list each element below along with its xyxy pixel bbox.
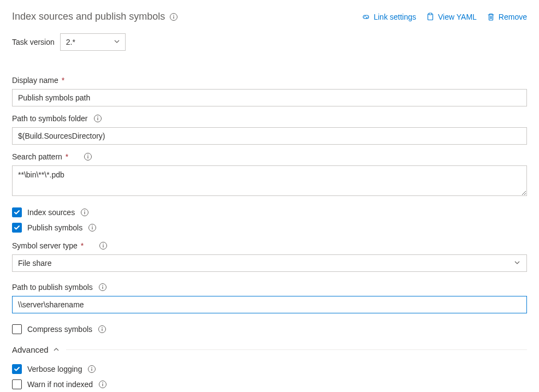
- page-title: Index sources and publish symbols: [12, 11, 178, 22]
- warn-not-indexed-checkbox[interactable]: [12, 379, 22, 389]
- svg-point-6: [97, 116, 98, 117]
- info-icon[interactable]: [169, 13, 178, 21]
- info-icon[interactable]: [88, 223, 97, 232]
- svg-rect-22: [102, 287, 103, 289]
- symbol-server-type-label: Symbol server type *: [12, 241, 527, 250]
- svg-point-21: [102, 285, 103, 286]
- svg-point-1: [173, 15, 174, 16]
- warn-not-indexed-row: Warn if not indexed: [12, 379, 527, 389]
- link-icon: [362, 13, 370, 21]
- view-yaml-label: View YAML: [438, 13, 477, 21]
- svg-rect-28: [92, 369, 92, 371]
- symbol-server-type-group: Symbol server type * File share: [12, 241, 527, 272]
- verbose-logging-row: Verbose logging: [12, 364, 527, 374]
- svg-rect-4: [429, 13, 432, 15]
- trash-icon: [487, 13, 495, 21]
- task-version-label: Task version: [12, 38, 55, 46]
- publish-symbols-checkbox[interactable]: [12, 223, 22, 233]
- info-icon[interactable]: [80, 208, 89, 217]
- index-sources-label: Index sources: [27, 208, 75, 217]
- info-icon[interactable]: [87, 365, 96, 373]
- search-pattern-group: Search pattern *: [12, 152, 527, 198]
- svg-point-27: [92, 367, 93, 368]
- clipboard-icon: [426, 13, 435, 21]
- svg-rect-16: [92, 227, 93, 230]
- svg-point-30: [102, 382, 103, 383]
- view-yaml-button[interactable]: View YAML: [426, 13, 477, 21]
- svg-point-18: [103, 243, 104, 245]
- title-text: Index sources and publish symbols: [12, 11, 165, 22]
- search-pattern-label: Search pattern *: [12, 152, 527, 161]
- publish-path-input[interactable]: [12, 296, 527, 313]
- svg-rect-19: [103, 245, 104, 248]
- svg-rect-7: [97, 118, 98, 121]
- required-mark: *: [60, 76, 64, 85]
- page-header: Index sources and publish symbols Link s…: [12, 11, 527, 22]
- svg-rect-31: [103, 384, 103, 387]
- remove-button[interactable]: Remove: [487, 13, 527, 21]
- chevron-up-icon: [53, 346, 60, 354]
- required-mark: *: [63, 152, 68, 161]
- remove-label: Remove: [499, 13, 527, 21]
- symbols-folder-group: Path to symbols folder: [12, 114, 527, 145]
- task-version-select[interactable]: 2.*: [60, 33, 126, 51]
- warn-not-indexed-label: Warn if not indexed: [27, 380, 93, 389]
- info-icon[interactable]: [98, 325, 106, 334]
- compress-symbols-checkbox[interactable]: [12, 324, 22, 334]
- svg-point-9: [87, 155, 88, 156]
- info-icon[interactable]: [84, 152, 92, 161]
- svg-rect-25: [102, 329, 102, 331]
- display-name-label: Display name *: [12, 76, 527, 85]
- svg-point-24: [102, 327, 103, 328]
- compress-symbols-label: Compress symbols: [27, 325, 92, 334]
- advanced-title: Advanced: [12, 345, 49, 354]
- svg-rect-2: [174, 16, 174, 19]
- symbols-folder-label: Path to symbols folder: [12, 114, 527, 123]
- publish-path-label: Path to publish symbols: [12, 283, 527, 292]
- symbols-folder-input[interactable]: [12, 127, 527, 145]
- compress-symbols-row: Compress symbols: [12, 324, 527, 334]
- info-icon[interactable]: [98, 283, 107, 292]
- advanced-section-toggle[interactable]: Advanced: [12, 345, 527, 354]
- index-sources-row: Index sources: [12, 207, 527, 217]
- publish-path-group: Path to publish symbols: [12, 283, 527, 313]
- symbol-server-type-select[interactable]: File share: [12, 254, 527, 272]
- link-settings-button[interactable]: Link settings: [362, 13, 416, 21]
- link-settings-label: Link settings: [374, 13, 416, 21]
- display-name-input[interactable]: [12, 89, 527, 106]
- publish-symbols-label: Publish symbols: [27, 223, 82, 232]
- svg-point-12: [84, 210, 85, 211]
- task-version-row: Task version 2.*: [12, 33, 527, 51]
- info-icon[interactable]: [98, 380, 107, 389]
- publish-symbols-row: Publish symbols: [12, 223, 527, 233]
- search-pattern-input[interactable]: [12, 165, 527, 196]
- verbose-logging-label: Verbose logging: [27, 365, 82, 373]
- header-actions: Link settings View YAML Remove: [362, 13, 527, 21]
- info-icon[interactable]: [99, 241, 108, 250]
- divider: [66, 349, 527, 350]
- display-name-group: Display name *: [12, 76, 527, 106]
- svg-rect-13: [85, 212, 85, 215]
- svg-point-15: [92, 225, 93, 227]
- info-icon[interactable]: [93, 114, 102, 123]
- svg-rect-10: [88, 156, 88, 159]
- verbose-logging-checkbox[interactable]: [12, 364, 22, 374]
- required-mark: *: [79, 241, 84, 250]
- index-sources-checkbox[interactable]: [12, 207, 22, 217]
